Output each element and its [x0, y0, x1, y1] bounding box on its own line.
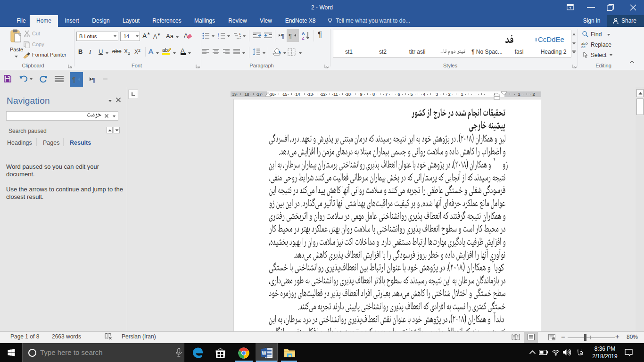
svg-text:¶: ¶: [281, 33, 284, 39]
svg-text:i: i: [240, 37, 240, 39]
svg-text:Z: Z: [302, 36, 305, 40]
svg-text:¶: ¶: [92, 76, 95, 83]
svg-text:ac: ac: [581, 45, 585, 48]
svg-text:3: 3: [218, 37, 219, 39]
svg-text:W: W: [262, 351, 266, 356]
svg-text:A: A: [302, 31, 305, 36]
svg-text:¶: ¶: [289, 33, 292, 39]
svg-text:¶: ¶: [72, 76, 76, 83]
svg-text:A: A: [184, 32, 188, 39]
